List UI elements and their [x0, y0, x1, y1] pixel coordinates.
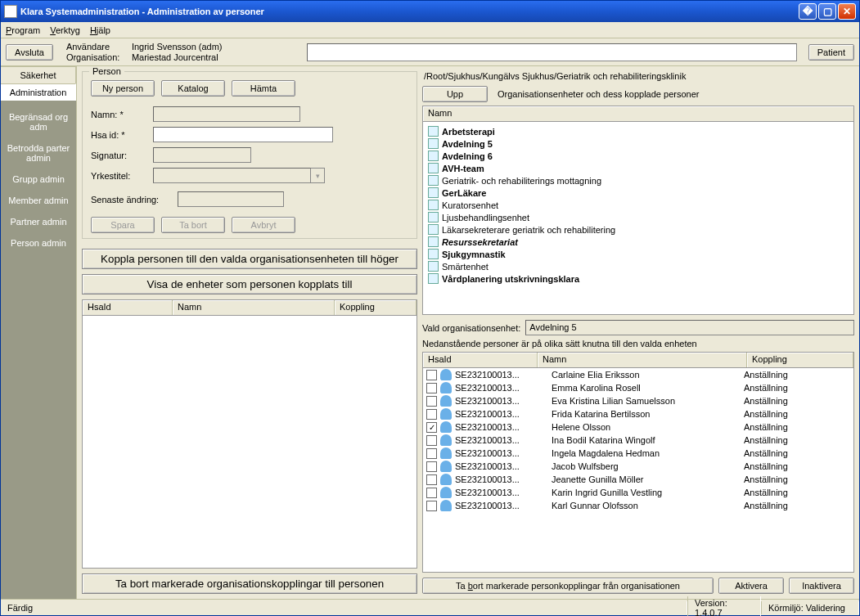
person-row[interactable]: SE232100013...Ingela Magdalena HedmanAns…: [423, 447, 853, 460]
selunit-label: Vald organisationsenhet:: [422, 323, 520, 333]
maximize-button[interactable]: ▢: [818, 3, 836, 20]
minimize-button[interactable]: �: [799, 3, 817, 20]
org-icon: [428, 236, 439, 247]
left-hdr-koppling[interactable]: Koppling: [335, 300, 416, 315]
inaktivera-button[interactable]: Inaktivera: [789, 578, 854, 594]
person-name: Helene Olsson: [552, 422, 744, 432]
person-name: Carlaine Elia Eriksson: [552, 370, 744, 380]
tree-item[interactable]: Sjukgymnastik: [428, 248, 849, 260]
person-list-body[interactable]: SE232100013...Carlaine Elia ErikssonAnst…: [422, 368, 854, 573]
person-row[interactable]: SE232100013...Emma Karolina RosellAnstäl…: [423, 381, 853, 394]
user-icon: [440, 474, 452, 485]
aktivera-button[interactable]: Aktivera: [718, 578, 784, 594]
tree-item[interactable]: AVH-team: [428, 162, 849, 174]
person-name: Eva Kristina Lilian Samuelsson: [552, 396, 744, 406]
left-hdr-namn[interactable]: Namn: [173, 300, 335, 315]
tree-item[interactable]: Kuratorsenhet: [428, 199, 849, 211]
patient-search-field[interactable]: [307, 43, 797, 61]
person-row[interactable]: SE232100013...Jacob WulfsbergAnställning: [423, 460, 853, 473]
tree-item[interactable]: Arbetsterapi: [428, 125, 849, 137]
nav-column: Säkerhet Administration Begränsad org ad…: [1, 66, 77, 599]
pl-hdr-koppling[interactable]: Koppling: [747, 353, 853, 367]
tree-item[interactable]: Smärtenhet: [428, 260, 849, 272]
nav-begransad[interactable]: Begränsad org adm: [2, 112, 74, 132]
person-checkbox[interactable]: [426, 409, 437, 420]
hamta-button[interactable]: Hämta: [232, 80, 295, 97]
menu-hjalp[interactable]: Hjälp: [90, 25, 110, 35]
person-row[interactable]: SE232100013...Eva Kristina Lilian Samuel…: [423, 394, 853, 407]
person-row[interactable]: SE232100013...Frida Katarina BertilssonA…: [423, 407, 853, 420]
nav-grupp[interactable]: Grupp admin: [2, 174, 74, 184]
tree-item[interactable]: Geriatrik- och rehabiliterings mottagnin…: [428, 174, 849, 187]
menu-verktyg[interactable]: Verktyg: [50, 25, 80, 35]
menubar: Program Verktyg Hjälp: [1, 22, 859, 38]
tree-item[interactable]: Ljusbehandlingsenhet: [428, 211, 849, 223]
person-checkbox[interactable]: [426, 501, 437, 511]
person-row[interactable]: SE232100013...Karin Ingrid Gunilla Vestl…: [423, 486, 853, 499]
person-row[interactable]: ✓SE232100013...Helene OlssonAnställning: [423, 420, 853, 434]
person-checkbox[interactable]: [426, 488, 437, 498]
person-name: Jeanette Gunilla Möller: [552, 474, 744, 484]
person-row[interactable]: SE232100013...Jeanette Gunilla MöllerAns…: [423, 473, 853, 486]
right-remove-button[interactable]: Ta bort markerade personkopplingar från …: [422, 578, 714, 594]
nav-betrodda[interactable]: Betrodda parter admin: [2, 143, 74, 163]
pl-hdr-hsaid[interactable]: HsaId: [423, 353, 538, 367]
pl-hdr-namn[interactable]: Namn: [538, 353, 747, 367]
spara-button[interactable]: Spara: [91, 217, 155, 233]
tabort-button[interactable]: Ta bort: [161, 217, 225, 233]
person-checkbox[interactable]: [426, 370, 437, 380]
person-checkbox[interactable]: [426, 448, 437, 459]
person-hsaid: SE232100013...: [455, 448, 552, 458]
tree-header[interactable]: Namn: [422, 106, 854, 122]
katalog-button[interactable]: Katalog: [161, 80, 225, 97]
tree-item[interactable]: Vårdplanering utskrivningsklara: [428, 272, 849, 285]
signatur-input[interactable]: [153, 147, 251, 163]
signatur-label: Signatur:: [91, 151, 148, 160]
person-checkbox[interactable]: [426, 383, 437, 393]
koppla-button[interactable]: Koppla personen till den valda organisat…: [82, 249, 417, 269]
person-koppling: Anställning: [744, 435, 850, 445]
chevron-down-icon[interactable]: ▾: [311, 168, 325, 183]
namn-label: Namn: *: [91, 110, 148, 119]
tree-item[interactable]: GerLäkare: [428, 187, 849, 199]
senaste-input: [178, 191, 284, 207]
left-list-body[interactable]: [82, 316, 417, 569]
person-checkbox[interactable]: [426, 396, 437, 407]
close-button[interactable]: ✕: [838, 3, 856, 20]
upp-button[interactable]: Upp: [422, 86, 488, 102]
person-checkbox[interactable]: [426, 461, 437, 472]
person-row[interactable]: SE232100013...Ina Bodil Katarina Wingolf…: [423, 434, 853, 447]
person-name: Emma Karolina Rosell: [552, 383, 744, 393]
person-row[interactable]: SE232100013...Karl Gunnar OlofssonAnstäl…: [423, 499, 853, 512]
nav-member[interactable]: Member admin: [2, 196, 74, 205]
left-remove-button[interactable]: Ta bort markerade organisationskopplinga…: [82, 573, 417, 594]
avbryt-button[interactable]: Avbryt: [232, 217, 295, 233]
person-koppling: Anställning: [744, 409, 850, 419]
tree-item[interactable]: Avdelning 6: [428, 150, 849, 162]
yrkestitel-combo[interactable]: ▾: [153, 168, 325, 183]
person-checkbox[interactable]: ✓: [426, 422, 437, 433]
tree-item[interactable]: Resurssekretariat: [428, 236, 849, 248]
tab-administration[interactable]: Administration: [1, 83, 76, 101]
tab-sakerhet[interactable]: Säkerhet: [1, 66, 76, 83]
namn-input[interactable]: [153, 106, 300, 122]
tree-item-label: Smärtenhet: [442, 262, 489, 272]
hsa-input[interactable]: [153, 127, 333, 142]
person-row[interactable]: SE232100013...Carlaine Elia ErikssonAnst…: [423, 368, 853, 381]
person-checkbox[interactable]: [426, 474, 437, 485]
person-checkbox[interactable]: [426, 435, 437, 446]
left-hdr-hsaid[interactable]: HsaId: [83, 300, 173, 315]
tree-item[interactable]: Avdelning 5: [428, 137, 849, 150]
tree-item[interactable]: Läkarsekreterare geriatrik och rehabilit…: [428, 223, 849, 236]
patient-button[interactable]: Patient: [808, 44, 854, 61]
nav-person[interactable]: Person admin: [2, 238, 74, 248]
nav-partner[interactable]: Partner admin: [2, 217, 74, 227]
person-koppling: Anställning: [744, 474, 850, 484]
ny-person-button[interactable]: Ny person: [91, 80, 155, 97]
menu-program[interactable]: Program: [6, 25, 40, 35]
person-koppling: Anställning: [744, 461, 850, 471]
visa-enheter-button[interactable]: Visa de enheter som personen kopplats ti…: [82, 274, 417, 295]
avsluta-button[interactable]: Avsluta: [6, 44, 53, 61]
tree-desc: Organisationsenheter och dess kopplade p…: [498, 89, 699, 99]
org-tree[interactable]: ArbetsterapiAvdelning 5Avdelning 6AVH-te…: [422, 122, 854, 315]
